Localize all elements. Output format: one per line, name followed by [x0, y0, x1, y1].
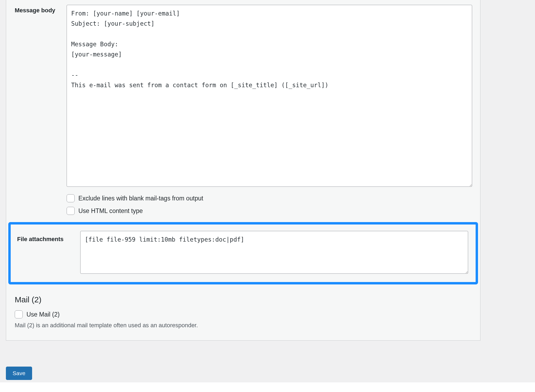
use-mail-2-label: Use Mail (2)	[26, 310, 60, 319]
use-html-option[interactable]: Use HTML content type	[67, 207, 472, 215]
footer-strip	[0, 382, 535, 392]
mail-2-heading: Mail (2)	[15, 294, 472, 305]
message-body-textarea[interactable]	[67, 5, 472, 187]
save-button[interactable]: Save	[6, 367, 32, 380]
use-mail-2-option[interactable]: Use Mail (2)	[15, 310, 472, 319]
message-body-row: Message body Exclude lines with blank ma…	[6, 0, 480, 220]
message-body-label: Message body	[6, 0, 67, 15]
use-mail-2-checkbox[interactable]	[15, 310, 23, 318]
use-html-checkbox[interactable]	[67, 207, 75, 215]
exclude-blank-option[interactable]: Exclude lines with blank mail-tags from …	[67, 194, 472, 203]
file-attachments-row: File attachments	[11, 224, 476, 282]
mail-settings-panel: Message body Exclude lines with blank ma…	[6, 0, 480, 341]
file-attachments-label: File attachments	[11, 224, 80, 243]
file-attachments-textarea[interactable]	[80, 231, 468, 274]
mail-2-section: Mail (2) Use Mail (2) Mail (2) is an add…	[6, 287, 480, 340]
mail-2-description: Mail (2) is an additional mail template …	[15, 321, 472, 330]
exclude-blank-label: Exclude lines with blank mail-tags from …	[78, 194, 203, 203]
exclude-blank-checkbox[interactable]	[67, 194, 75, 202]
use-html-label: Use HTML content type	[78, 207, 143, 215]
file-attachments-highlight: File attachments	[8, 222, 478, 284]
